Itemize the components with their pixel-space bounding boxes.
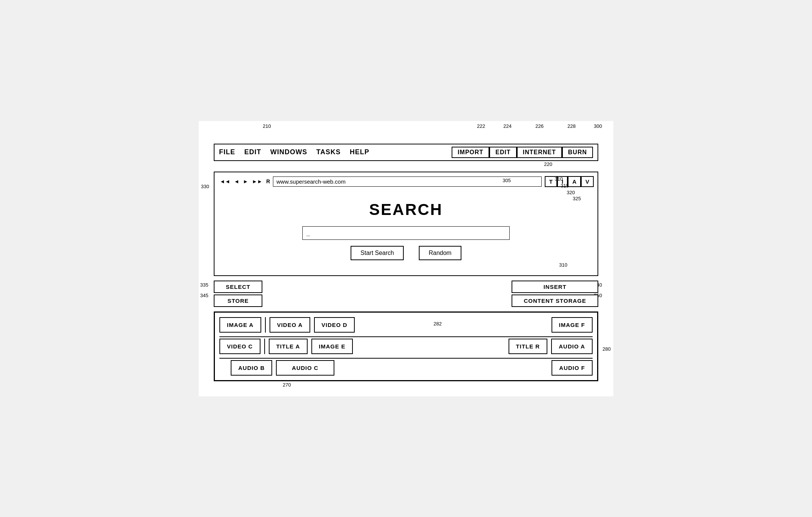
annotation-224: 224 bbox=[503, 123, 512, 129]
action-right: INSERT CONTENT STORAGE bbox=[512, 281, 598, 307]
select-button[interactable]: SELECT bbox=[214, 281, 262, 293]
toolbar-import[interactable]: IMPORT bbox=[452, 147, 489, 158]
annotation-330: 330 bbox=[201, 184, 209, 189]
annotation-300: 300 bbox=[594, 123, 602, 129]
menu-tasks[interactable]: TASKS bbox=[316, 148, 341, 156]
menu-file[interactable]: FILE bbox=[219, 148, 235, 156]
item-audio-b[interactable]: AUDIO B bbox=[231, 360, 272, 376]
diagram-wrapper: 210 222 224 226 228 300 FILE EDIT WINDOW… bbox=[199, 121, 613, 396]
nav-back-back[interactable]: ◄◄ bbox=[218, 178, 232, 185]
url-bar[interactable] bbox=[273, 176, 542, 187]
nav-back[interactable]: ◄ bbox=[233, 178, 241, 185]
annotation-222: 222 bbox=[477, 123, 485, 129]
content-grid: 280 270 282 IMAGE A VIDEO A VIDEO D IMAG… bbox=[214, 311, 598, 381]
view-buttons: T I A V bbox=[545, 176, 594, 187]
nav-buttons: ◄◄ ◄ ► ►► R bbox=[218, 178, 270, 185]
nav-forward[interactable]: ► bbox=[242, 178, 250, 185]
action-left: SELECT STORE bbox=[214, 281, 262, 307]
menu-help[interactable]: HELP bbox=[350, 148, 369, 156]
item-title-r[interactable]: TITLE R bbox=[509, 339, 548, 354]
random-button[interactable]: Random bbox=[419, 246, 461, 260]
vertical-divider-2 bbox=[264, 339, 265, 354]
grid-row-1: IMAGE A VIDEO A VIDEO D IMAGE F bbox=[219, 317, 593, 333]
annotation-305: 305 bbox=[503, 178, 511, 183]
content-storage-button[interactable]: CONTENT STORAGE bbox=[512, 295, 598, 307]
item-video-a[interactable]: VIDEO A bbox=[270, 317, 310, 333]
item-image-a[interactable]: IMAGE A bbox=[219, 317, 261, 333]
insert-button[interactable]: INSERT bbox=[512, 281, 598, 293]
grid-row-2: VIDEO C TITLE A IMAGE E TITLE R AUDIO A bbox=[219, 339, 593, 354]
annotation-226: 226 bbox=[535, 123, 544, 129]
item-audio-c[interactable]: AUDIO C bbox=[276, 360, 334, 376]
toolbar-internet[interactable]: INTERNET bbox=[517, 147, 562, 158]
annotation-282: 282 bbox=[434, 321, 442, 327]
vertical-divider-1 bbox=[265, 317, 266, 333]
annotation-345: 345 bbox=[200, 293, 208, 298]
annotation-270: 270 bbox=[283, 382, 291, 388]
action-row: SELECT STORE INSERT CONTENT STORAGE bbox=[214, 281, 598, 307]
search-area: SEARCH Start Search Random bbox=[218, 193, 594, 272]
view-btn-v[interactable]: V bbox=[581, 176, 594, 187]
annotation-310b: 310 bbox=[559, 262, 567, 268]
browser-bar: ◄◄ ◄ ► ►► R T I A V bbox=[218, 176, 594, 187]
toolbar-burn[interactable]: BURN bbox=[562, 147, 593, 158]
toolbar-buttons: IMPORT EDIT INTERNET BURN bbox=[452, 147, 593, 158]
item-audio-a[interactable]: AUDIO A bbox=[551, 339, 593, 354]
store-button[interactable]: STORE bbox=[214, 295, 262, 307]
annotation-310a: 310 bbox=[555, 176, 563, 182]
grid-row-3: AUDIO B AUDIO C AUDIO F bbox=[219, 360, 593, 376]
item-video-c[interactable]: VIDEO C bbox=[219, 339, 260, 354]
item-image-e[interactable]: IMAGE E bbox=[311, 339, 353, 354]
annotation-280: 280 bbox=[602, 346, 611, 352]
search-title: SEARCH bbox=[233, 201, 579, 219]
menu-bar: FILE EDIT WINDOWS TASKS HELP IMPORT EDIT… bbox=[214, 144, 598, 161]
horizontal-line-1 bbox=[219, 336, 593, 337]
search-input[interactable] bbox=[302, 226, 510, 240]
start-search-button[interactable]: Start Search bbox=[351, 246, 404, 260]
view-btn-a[interactable]: A bbox=[568, 176, 581, 187]
item-title-a[interactable]: TITLE A bbox=[269, 339, 308, 354]
browser-section: 330 305 310 315 320 325 ◄◄ ◄ ► ►► R T I … bbox=[214, 172, 598, 276]
item-audio-f[interactable]: AUDIO F bbox=[552, 360, 593, 376]
annotation-220: 220 bbox=[544, 161, 552, 167]
item-image-f[interactable]: IMAGE F bbox=[552, 317, 593, 333]
horizontal-line-2 bbox=[219, 358, 593, 359]
menu-edit[interactable]: EDIT bbox=[244, 148, 261, 156]
annotation-210: 210 bbox=[263, 123, 271, 129]
annotation-228: 228 bbox=[567, 123, 576, 129]
menu-windows[interactable]: WINDOWS bbox=[270, 148, 307, 156]
item-video-d[interactable]: VIDEO D bbox=[314, 317, 355, 333]
toolbar-edit[interactable]: EDIT bbox=[489, 147, 516, 158]
annotation-315: 315 bbox=[561, 183, 569, 189]
search-buttons: Start Search Random bbox=[233, 246, 579, 260]
nav-forward-forward[interactable]: ►► bbox=[250, 178, 264, 185]
nav-r[interactable]: R bbox=[266, 178, 270, 184]
annotation-335: 335 bbox=[200, 282, 208, 288]
